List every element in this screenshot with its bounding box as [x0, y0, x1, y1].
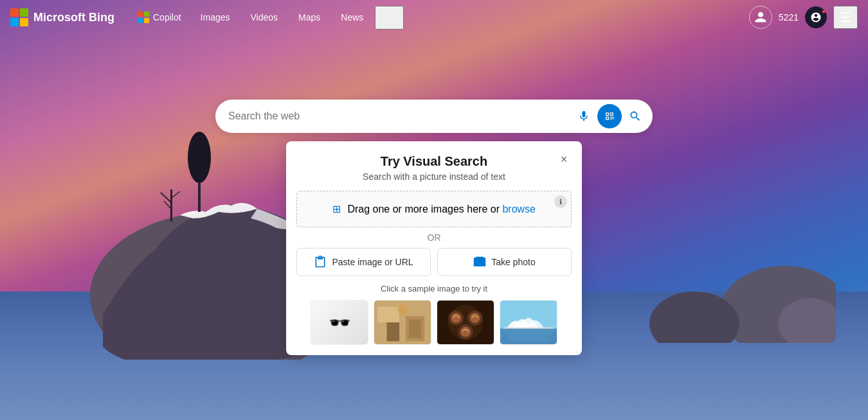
- sample-image-opera-house[interactable]: [500, 300, 557, 345]
- camera-search-icon: [603, 110, 616, 123]
- news-nav-item[interactable]: News: [332, 8, 372, 26]
- svg-point-2: [188, 132, 211, 183]
- search-action-icons: [572, 104, 647, 128]
- sample-image-sunglasses[interactable]: 🕶️: [311, 300, 368, 345]
- microphone-button[interactable]: [572, 104, 596, 128]
- svg-rect-15: [409, 319, 422, 338]
- take-photo-label: Take photo: [491, 257, 536, 267]
- images-nav-item[interactable]: Images: [192, 8, 239, 26]
- header-right: 5221 ● ☰: [749, 6, 858, 29]
- sample-images-row: 🕶️: [296, 300, 572, 345]
- sample-section: Click a sample image to try it 🕶️: [286, 276, 582, 345]
- search-input[interactable]: [228, 110, 572, 122]
- svg-point-21: [451, 313, 462, 323]
- search-button[interactable]: [623, 104, 647, 128]
- paste-icon: [314, 256, 327, 268]
- user-icon: [754, 11, 767, 24]
- paste-image-button[interactable]: Paste image or URL: [296, 248, 431, 276]
- brand-name: Microsoft Bing: [33, 11, 114, 24]
- copilot-nav-item[interactable]: Copilot: [130, 8, 189, 27]
- or-divider: OR: [286, 232, 582, 243]
- svg-rect-3: [170, 189, 172, 222]
- drop-zone[interactable]: ⊞ Drag one or more images here or browse…: [296, 191, 572, 227]
- logo[interactable]: Microsoft Bing: [10, 8, 114, 26]
- svg-point-22: [470, 313, 480, 323]
- svg-point-23: [460, 327, 471, 337]
- right-boulders: [643, 214, 836, 343]
- header: Microsoft Bing Copilot Images Videos Map…: [0, 0, 868, 35]
- svg-rect-12: [387, 322, 400, 341]
- main-nav: Copilot Images Videos Maps News ···: [130, 6, 404, 30]
- room-thumbnail: [374, 300, 431, 345]
- close-button[interactable]: ×: [555, 150, 573, 168]
- user-avatar[interactable]: [749, 6, 772, 29]
- coffee-thumbnail: [437, 300, 494, 345]
- rewards-icon[interactable]: ●: [805, 6, 827, 28]
- svg-line-6: [172, 191, 180, 198]
- search-bar: [215, 100, 653, 133]
- videos-nav-item[interactable]: Videos: [242, 8, 287, 26]
- take-photo-button[interactable]: Take photo: [437, 248, 572, 276]
- search-icon: [629, 110, 642, 123]
- panel-title: Try Visual Search: [299, 154, 569, 169]
- rewards-badge-icon: [810, 12, 822, 23]
- browse-link[interactable]: browse: [502, 204, 536, 214]
- drag-icon: ⊞: [332, 204, 341, 214]
- search-container: [215, 100, 653, 133]
- microphone-icon: [577, 110, 590, 123]
- svg-line-4: [161, 193, 171, 202]
- sample-image-coffee[interactable]: [437, 300, 494, 345]
- ms-logo-icon: [10, 8, 28, 26]
- panel-header: Try Visual Search Search with a picture …: [286, 141, 582, 186]
- action-buttons: Paste image or URL Take photo: [286, 248, 582, 276]
- visual-search-button[interactable]: [597, 104, 622, 128]
- opera-thumbnail: [500, 300, 557, 345]
- visual-search-panel: Try Visual Search Search with a picture …: [286, 141, 582, 355]
- drop-zone-text: Drag one or more images here or: [347, 204, 502, 214]
- panel-subtitle: Search with a picture instead of text: [299, 171, 569, 182]
- more-nav-item[interactable]: ···: [375, 6, 404, 30]
- copilot-label: Copilot: [153, 12, 181, 22]
- info-button[interactable]: ℹ: [554, 195, 567, 208]
- svg-point-13: [397, 305, 408, 315]
- svg-rect-11: [377, 307, 399, 322]
- paste-label: Paste image or URL: [332, 257, 413, 267]
- notification-dot: ●: [822, 8, 826, 15]
- copilot-icon: [138, 12, 149, 23]
- sample-image-room[interactable]: [374, 300, 431, 345]
- sample-label: Click a sample image to try it: [296, 284, 572, 293]
- points-badge[interactable]: 5221: [779, 12, 799, 22]
- camera-icon: [473, 256, 486, 268]
- hamburger-menu[interactable]: ☰: [833, 6, 858, 29]
- maps-nav-item[interactable]: Maps: [289, 8, 329, 26]
